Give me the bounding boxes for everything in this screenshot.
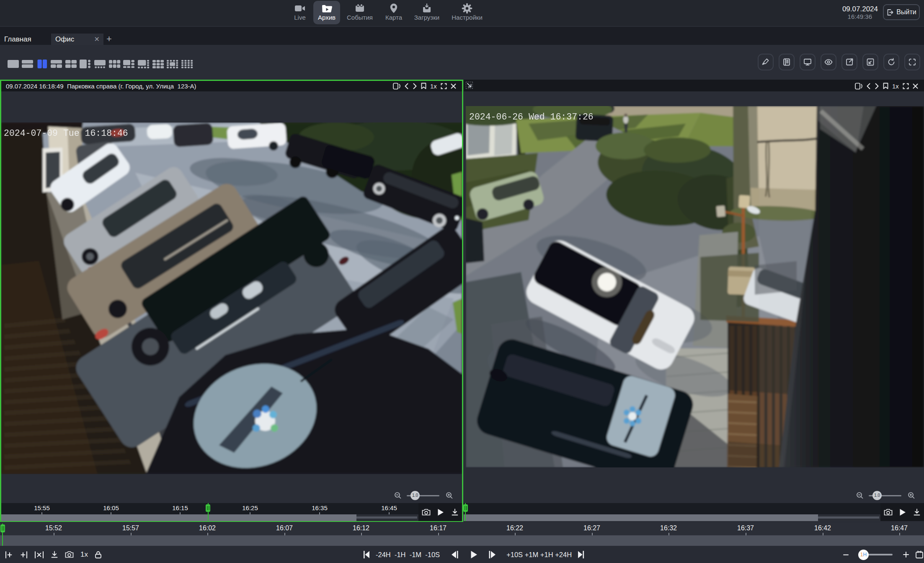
svg-text:2024-06-26 Wed 16:37:26: 2024-06-26 Wed 16:37:26 (469, 112, 594, 122)
svg-text:2024-07-09 Tue 16:18:46: 2024-07-09 Tue 16:18:46 (4, 128, 128, 138)
